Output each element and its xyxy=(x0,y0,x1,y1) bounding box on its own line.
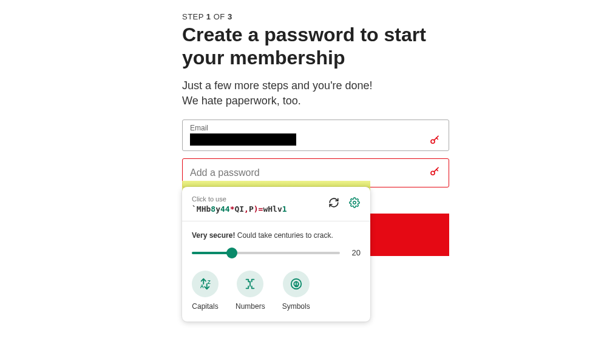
symbols-label: Symbols xyxy=(282,302,310,311)
settings-gear-icon[interactable] xyxy=(348,197,361,209)
capitals-label: Capitals xyxy=(192,302,218,311)
email-value-redacted xyxy=(190,133,296,146)
email-label: Email xyxy=(190,124,418,132)
generated-password: `MHb8y44*QI,P)=wHlv1 xyxy=(192,204,328,214)
key-icon[interactable] xyxy=(429,166,440,180)
click-to-use-label: Click to use xyxy=(192,195,328,203)
generated-password-clickzone[interactable]: Click to use `MHb8y44*QI,P)=wHlv1 xyxy=(192,195,328,214)
password-generator-popup: Click to use `MHb8y44*QI,P)=wHlv1 Very s… xyxy=(182,187,370,322)
symbols-toggle[interactable] xyxy=(283,271,310,297)
svg-point-2 xyxy=(353,201,356,204)
strength-text: Very secure! Could take centuries to cra… xyxy=(192,231,361,240)
regenerate-icon[interactable] xyxy=(328,197,340,209)
email-field[interactable]: Email xyxy=(182,120,449,151)
svg-text:Z: Z xyxy=(208,280,211,285)
slider-knob[interactable] xyxy=(226,248,237,258)
page-title: Create a password to startyour membershi… xyxy=(182,24,449,70)
page-subtitle: Just a few more steps and you're done!We… xyxy=(182,78,449,109)
key-icon[interactable] xyxy=(429,135,440,148)
step-indicator: STEP 1 OF 3 xyxy=(182,12,449,21)
password-placeholder: Add a password xyxy=(190,167,260,178)
numbers-label: Numbers xyxy=(236,302,265,311)
length-value: 20 xyxy=(347,248,361,257)
length-slider[interactable] xyxy=(192,252,340,254)
numbers-toggle[interactable] xyxy=(237,271,263,297)
capitals-toggle[interactable]: AZ xyxy=(192,271,219,297)
svg-text:A: A xyxy=(200,284,204,289)
